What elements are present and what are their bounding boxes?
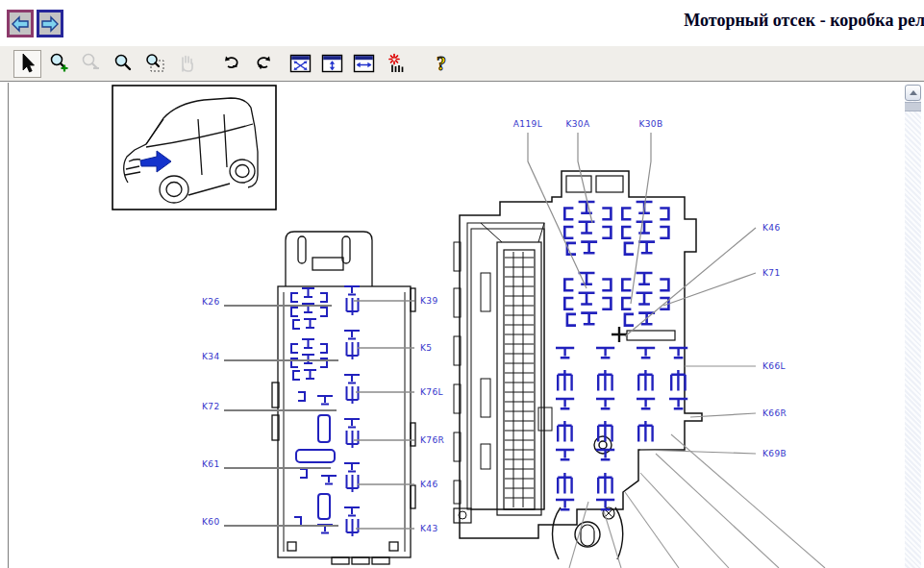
select-tool-button[interactable]	[13, 50, 41, 78]
relay-label: K30A	[565, 119, 590, 129]
triangle-up-icon	[910, 90, 917, 95]
right-relay-box	[454, 171, 702, 559]
toolbar: ?	[0, 45, 924, 82]
rotate-right-icon	[252, 52, 275, 75]
highlight-flash-icon	[385, 52, 408, 75]
svg-text:?: ?	[437, 53, 446, 74]
relay-label: K66R	[762, 408, 787, 418]
relay-label: K46	[420, 480, 438, 489]
fit-width-tool-button[interactable]	[350, 50, 378, 78]
relay-label: K39	[420, 296, 438, 306]
magnifier-icon	[112, 52, 135, 75]
rotate-left-tool-button[interactable]	[217, 50, 245, 78]
relay-label: K61	[202, 459, 220, 469]
fit-height-icon	[320, 52, 344, 75]
relay-label: K34	[202, 352, 220, 361]
zoom-tool-button[interactable]	[109, 50, 137, 78]
zoom-out-tool-button[interactable]	[77, 50, 105, 78]
hand-icon	[175, 52, 198, 75]
back-button[interactable]	[7, 10, 34, 37]
relay-label: K69B	[762, 449, 787, 458]
question-mark-icon: ?	[430, 52, 453, 75]
header: Моторный отсек - коробка реле	[0, 0, 924, 44]
fit-page-tool-button[interactable]	[287, 50, 314, 78]
scrollbar-thumb[interactable]	[905, 102, 921, 111]
rotate-right-tool-button[interactable]	[249, 50, 277, 78]
cursor-icon	[16, 52, 39, 75]
help-tool-button[interactable]: ?	[427, 50, 455, 78]
relay-label: K71	[762, 268, 781, 278]
zoom-region-tool-button[interactable]	[140, 50, 168, 78]
relay-label: K26	[202, 297, 220, 307]
fit-width-icon	[352, 52, 376, 75]
vertical-scrollbar[interactable]	[905, 85, 921, 568]
zoom-region-icon	[143, 52, 166, 75]
relay-label: K30B	[638, 119, 662, 129]
relay-label: K66L	[762, 361, 786, 371]
car-thumbnail	[112, 86, 276, 210]
relay-label: K76L	[420, 387, 443, 397]
scrollbar-up-button[interactable]	[905, 85, 921, 101]
pan-tool-button[interactable]	[172, 50, 200, 78]
rotate-left-icon	[220, 52, 243, 75]
relay-label: K46	[762, 223, 781, 233]
arrow-left-icon	[11, 15, 30, 33]
page-title: Моторный отсек - коробка реле	[684, 11, 924, 31]
relay-labels: K26 K34 K72 K61 K60 K39 K5 K76L K76R K46…	[202, 119, 787, 533]
relay-label: K60	[202, 517, 220, 527]
forward-button[interactable]	[37, 10, 63, 37]
fit-height-tool-button[interactable]	[318, 50, 346, 78]
zoom-in-icon	[48, 52, 71, 75]
zoom-out-icon	[80, 52, 103, 75]
arrow-right-icon	[40, 15, 60, 33]
relay-label: K43	[420, 524, 438, 533]
wiring-diagram: K26 K34 K72 K61 K60 K39 K5 K76L K76R K46…	[9, 84, 899, 568]
leader-lines	[224, 133, 825, 568]
highlight-flash-tool-button[interactable]	[382, 50, 410, 78]
relay-label: K76R	[420, 435, 444, 445]
relay-label: K5	[420, 343, 432, 353]
relay-label: A119L	[513, 119, 542, 129]
left-relay-box	[272, 232, 415, 564]
relay-label: K72	[202, 402, 220, 411]
fit-page-icon	[288, 52, 312, 75]
right-relay-box-relays	[556, 202, 687, 509]
zoom-in-tool-button[interactable]	[45, 50, 73, 78]
